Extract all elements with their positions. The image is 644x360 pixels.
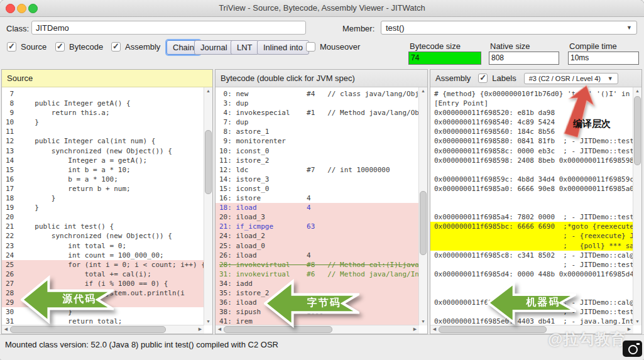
assembly-checkbox-group[interactable]: Assembly [111,42,160,52]
bytecode-vertical-scrollbar[interactable]: ▲ ▼ [418,87,427,325]
code-line: 0x000000011f6985c8: c341 8502 ; - JITDem… [430,251,633,260]
code-line: 24 int count = 100_000_00; [2,251,204,260]
camera-nub [636,343,640,345]
native-size-label: Native size [490,41,530,51]
scroll-right-icon[interactable]: ▶ [411,325,419,333]
code-line: 28: invokevirtual #8 // Method cal:(I)Lj… [216,260,419,270]
source-horizontal-scrollbar[interactable]: ◀ ▶ [2,325,204,334]
scroll-up-icon[interactable]: ▲ [419,87,427,95]
mouseover-checkbox-label: Mouseover [320,42,360,52]
journal-button[interactable]: Journal [194,40,234,55]
code-line: 15: iconst_0 [216,184,419,194]
native-size-value: 808 [489,52,559,65]
code-line: 21 public int test() { [2,222,204,231]
scrollbar-thumb[interactable] [420,191,427,255]
status-text: Mounted class version: 52.0 (Java 8) pub… [5,340,278,349]
labels-checkbox[interactable] [478,74,488,83]
code-line: 0x000000011f698598: 2408 8beb 0x00000001… [430,156,633,165]
assembly-annotation-text: 机器码 [515,296,570,309]
scrollbar-thumb[interactable] [10,326,166,333]
code-line: 26: iload 4 [216,251,419,260]
inlined-into-button[interactable]: Inlined into [257,40,309,55]
code-line: 20 [2,212,204,222]
code-line: 22 synchronized (new Object()) { [2,231,204,241]
member-select[interactable]: test() ▼ [381,21,637,35]
bytecode-checkbox-label: Bytecode [69,42,103,52]
camera-icon[interactable] [623,341,642,357]
mouseover-checkbox[interactable] [306,42,315,52]
code-line [430,203,633,212]
scroll-down-icon[interactable]: ▼ [633,318,641,325]
bytecode-annotation-text: 字节码 [295,297,354,310]
lnt-button[interactable]: LNT [231,40,259,55]
code-line: 19 } [2,203,204,212]
code-line: 7: dup [216,117,419,127]
code-line: 0x000000011f69859c: 4b8d 34d4 0x00000001… [430,175,633,184]
bytecode-checkbox-group[interactable]: Bytecode [55,42,103,52]
bytecode-checkbox[interactable] [55,42,65,52]
scroll-right-icon[interactable]: ▶ [196,325,204,333]
chevron-down-icon: ▼ [608,75,613,82]
source-annotation-arrow: 源代码 [21,275,114,324]
code-line: 0x000000011f69858c: 0000 eb3c ; - JITDem… [430,146,633,156]
scrollbar-thumb[interactable] [205,130,212,194]
scroll-left-icon[interactable]: ◀ [2,325,10,333]
bytecode-panel-header: Bytecode (double click for JVM spec) [216,70,427,87]
scrollbar-thumb[interactable] [439,326,547,333]
source-annotation-text: 源代码 [50,293,108,306]
code-line: 11 [2,127,204,136]
source-panel-title: Source [7,74,33,83]
jitwatch-triview-window: TriView - Source, Bytecode, Assembly Vie… [0,0,644,360]
compilation-select[interactable]: #3 (C2 / OSR / Level 4) ▼ [524,73,618,84]
source-vertical-scrollbar[interactable]: ▲ ▼ [204,87,212,325]
class-label: Class: [6,24,29,33]
code-line: 13 synchronized (new Object()) { [2,146,204,156]
assembly-vertical-scrollbar[interactable]: ▲ ▼ [633,87,641,325]
code-line: ; - {reexecute} JITDemo::test [430,231,633,241]
compilation-annotation-text: 编译层次 [573,118,611,130]
code-line: 31: invokevirtual #6 // Method java/lang… [216,270,419,279]
camera-lens [628,345,638,354]
code-line: 25: aload_0 [216,241,419,251]
mouseover-checkbox-group[interactable]: Mouseover [306,42,360,52]
scroll-left-icon[interactable]: ◀ [216,325,224,333]
code-line: 0x000000011f6985a0: 6666 90e8 0x00000001… [430,184,633,194]
scroll-down-icon[interactable]: ▼ [419,318,427,325]
bytecode-size-value: 74 [408,52,481,65]
scroll-up-icon[interactable]: ▲ [633,87,641,95]
code-line: 12 public Integer cal(int num) { [2,136,204,146]
code-line: 0x000000011f6985d4: 0000 448b 0x00000001… [430,270,633,279]
window-title: TriView - Source, Bytecode, Assembly Vie… [0,0,644,16]
source-checkbox-group[interactable]: Source [7,42,46,52]
code-line: 25 for (int i = 0; i < count; i++) { [2,260,204,270]
labels-checkbox-label: Labels [492,74,516,83]
code-line: ; {poll} *** safepoint [430,241,633,251]
scroll-right-icon[interactable]: ▶ [625,325,633,333]
scrollbar-thumb[interactable] [634,96,641,165]
code-line: 0x000000011f6985bc: 6666 6690 ;*goto {re… [430,222,633,231]
code-line: 21: if_icmpge 63 [216,222,419,231]
code-line: 17 return b + num; [2,184,204,194]
compilation-select-value: #3 (C2 / OSR / Level 4) [529,75,601,82]
code-line: ; - JITDemo::test@28 (line 26) [430,260,633,270]
compile-time-value: 10ms [568,52,639,65]
code-line: [Entry Point] [430,99,633,108]
source-checkbox[interactable] [7,42,16,52]
chevron-down-icon: ▼ [626,25,632,31]
scroll-down-icon[interactable]: ▼ [204,318,212,325]
bytecode-annotation-arrow: 字节码 [264,279,359,328]
class-input[interactable] [31,21,306,35]
assembly-panel-header: Assembly Labels #3 (C2 / OSR / Level 4) … [430,70,641,87]
scroll-up-icon[interactable]: ▲ [204,87,212,95]
code-line: 9 return this.a; [2,108,204,117]
labels-checkbox-group[interactable]: Labels [478,74,516,83]
source-panel-header: Source [2,70,212,87]
code-line: 0x000000011f6985a4: 7802 0000 ; - JITDem… [430,212,633,222]
code-line: 16 b = a * 100; [2,175,204,184]
code-line: 16: istore 4 [216,194,419,203]
source-checkbox-label: Source [21,42,46,52]
assembly-checkbox[interactable] [111,42,121,52]
scroll-left-icon[interactable]: ◀ [430,325,439,333]
code-line: 8: astore_1 [216,127,419,136]
code-line: 18: iload 4 [216,203,419,212]
